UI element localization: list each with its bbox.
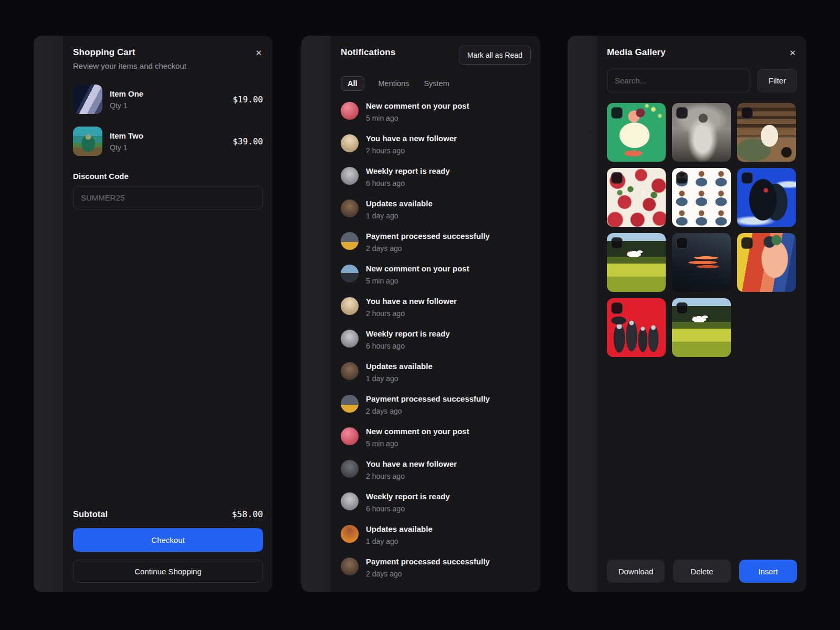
gallery-tile[interactable] xyxy=(607,103,666,162)
notification-title: Weekly report is ready xyxy=(366,491,450,502)
notification-title: Updates available xyxy=(366,524,433,534)
tile-checkbox[interactable] xyxy=(611,107,623,119)
gallery-tile[interactable] xyxy=(737,233,796,292)
gallery-tile[interactable] xyxy=(672,233,731,292)
notification-item[interactable]: Weekly report is ready 6 hours ago xyxy=(341,491,531,517)
tile-checkbox[interactable] xyxy=(741,107,753,119)
notification-title: New comment on your post xyxy=(366,264,469,274)
insert-button[interactable]: Insert xyxy=(739,560,797,583)
cart-item-list: Item One Qty 1 $19.00 Item Two Qty 1 $39… xyxy=(73,85,263,156)
continue-shopping-button[interactable]: Continue Shopping xyxy=(73,560,263,583)
tile-checkbox[interactable] xyxy=(676,302,688,314)
notification-tabs: All Mentions System xyxy=(341,76,531,91)
notification-item[interactable]: Payment processed successfully 2 days ag… xyxy=(341,231,531,256)
tile-checkbox[interactable] xyxy=(676,172,688,184)
cart-close-button[interactable]: ✕ xyxy=(254,48,263,58)
gallery-tile[interactable] xyxy=(607,298,666,357)
avatar xyxy=(341,297,359,315)
notification-list: New comment on your post 5 min ago You h… xyxy=(341,101,531,582)
gallery-tile[interactable] xyxy=(737,103,796,162)
notification-item[interactable]: Updates available 1 day ago xyxy=(341,524,531,549)
gallery-actions: Download Delete Insert xyxy=(607,560,797,583)
gallery-tile[interactable] xyxy=(672,298,731,357)
notification-tab[interactable]: All xyxy=(341,76,364,91)
subtotal-label: Subtotal xyxy=(73,509,108,519)
notification-title: Updates available xyxy=(366,198,433,209)
filter-button[interactable]: Filter xyxy=(758,69,797,92)
notification-time: 1 day ago xyxy=(366,374,433,383)
cart-spacer xyxy=(73,209,263,509)
tile-checkbox[interactable] xyxy=(611,237,623,249)
notification-item[interactable]: Updates available 1 day ago xyxy=(341,198,531,224)
cart-title: Shopping Cart xyxy=(73,47,135,58)
panel-edge xyxy=(301,36,331,592)
notification-text: New comment on your post 5 min ago xyxy=(366,264,469,286)
tile-checkbox[interactable] xyxy=(611,302,623,314)
gallery-search-row: Filter xyxy=(607,69,797,92)
notification-time: 1 day ago xyxy=(366,211,433,220)
mark-all-read-button[interactable]: Mark all as Read xyxy=(459,46,531,65)
shopping-cart-panel: Shopping Cart ✕ Review your items and ch… xyxy=(34,36,272,592)
cart-item-qty: Qty 1 xyxy=(110,101,143,110)
notification-title: New comment on your post xyxy=(366,426,469,437)
notification-time: 1 day ago xyxy=(366,537,433,546)
notification-tab[interactable]: Mentions xyxy=(378,76,410,91)
checkout-button[interactable]: Checkout xyxy=(73,528,263,552)
tile-checkbox[interactable] xyxy=(676,237,688,249)
notification-item[interactable]: New comment on your post 5 min ago xyxy=(341,426,531,452)
media-grid xyxy=(607,103,797,357)
notification-time: 2 days ago xyxy=(366,569,490,579)
cart-item-price: $39.00 xyxy=(233,136,263,146)
notification-title: Payment processed successfully xyxy=(366,231,490,242)
gallery-tile[interactable] xyxy=(607,233,666,292)
notification-text: You have a new follower 2 hours ago xyxy=(366,459,457,481)
tile-checkbox[interactable] xyxy=(741,237,753,249)
gallery-close-button[interactable]: ✕ xyxy=(788,48,797,58)
subtotal-value: $58.00 xyxy=(232,509,263,519)
notification-item[interactable]: New comment on your post 5 min ago xyxy=(341,101,531,126)
cart-item-info: Item One Qty 1 xyxy=(110,89,143,110)
cart-item-name: Item Two xyxy=(110,131,143,140)
notification-item[interactable]: New comment on your post 5 min ago xyxy=(341,264,531,289)
notification-time: 5 min ago xyxy=(366,113,469,123)
avatar xyxy=(341,330,359,348)
notification-item[interactable]: You have a new follower 2 hours ago xyxy=(341,459,531,484)
notification-item[interactable]: Weekly report is ready 6 hours ago xyxy=(341,329,531,354)
notification-time: 5 min ago xyxy=(366,439,469,448)
notification-tab[interactable]: System xyxy=(423,76,449,91)
tile-checkbox[interactable] xyxy=(676,107,688,119)
notification-item[interactable]: Weekly report is ready 6 hours ago xyxy=(341,166,531,191)
notification-title: Payment processed successfully xyxy=(366,556,490,567)
notification-title: Weekly report is ready xyxy=(366,329,450,339)
notification-title: Updates available xyxy=(366,361,433,372)
tile-checkbox[interactable] xyxy=(741,172,753,184)
cart-item-name: Item One xyxy=(110,89,143,98)
avatar xyxy=(341,265,359,282)
gallery-tile[interactable] xyxy=(737,168,796,227)
notification-title: Weekly report is ready xyxy=(366,166,450,176)
tile-checkbox[interactable] xyxy=(611,172,623,184)
notification-item[interactable]: Payment processed successfully 2 days ag… xyxy=(341,556,531,582)
notification-text: Weekly report is ready 6 hours ago xyxy=(366,491,450,513)
gallery-tile[interactable] xyxy=(672,168,731,227)
gallery-tile[interactable] xyxy=(607,168,666,227)
notification-item[interactable]: You have a new follower 2 hours ago xyxy=(341,133,531,159)
search-input[interactable] xyxy=(607,69,750,92)
cart-item-thumbnail xyxy=(73,85,102,114)
notification-text: Weekly report is ready 6 hours ago xyxy=(366,329,450,351)
notification-item[interactable]: Payment processed successfully 2 days ag… xyxy=(341,394,531,419)
gallery-tile[interactable] xyxy=(672,103,731,162)
avatar xyxy=(341,232,359,250)
notification-title: You have a new follower xyxy=(366,459,457,469)
notification-item[interactable]: Updates available 1 day ago xyxy=(341,361,531,386)
avatar xyxy=(341,200,359,217)
download-button[interactable]: Download xyxy=(607,560,665,583)
discount-code-input[interactable] xyxy=(73,186,263,209)
notifications-title: Notifications xyxy=(341,47,395,58)
notification-item[interactable]: You have a new follower 2 hours ago xyxy=(341,296,531,321)
notification-time: 2 hours ago xyxy=(366,309,457,318)
notification-time: 2 hours ago xyxy=(366,146,457,155)
notification-text: Updates available 1 day ago xyxy=(366,524,433,546)
delete-button[interactable]: Delete xyxy=(673,560,731,583)
notification-text: Updates available 1 day ago xyxy=(366,198,433,220)
